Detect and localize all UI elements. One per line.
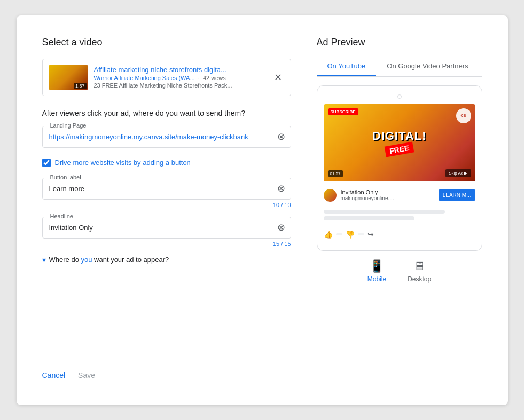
ad-info-row: Invitation Only makingmoneyonline.... LE… [324, 186, 475, 205]
ad-text-info: Invitation Only makingmoneyonline.... [341, 189, 434, 201]
ad-channel-url: makingmoneyonline.... [341, 195, 434, 201]
video-meta: Warrior Affiliate Marketing Sales (WA...… [94, 75, 265, 81]
accordion-label: Where do you want your ad to appear? [49, 256, 169, 264]
button-label-char-count: 10 / 10 [42, 202, 291, 208]
tab-gvp[interactable]: On Google Video Partners [376, 57, 479, 76]
gray-line-1 [324, 210, 445, 214]
video-text-overlay: DIGITAL! FREE [372, 129, 427, 156]
save-button[interactable]: Save [78, 367, 95, 384]
thumbs-down-icon: 👎 [346, 230, 355, 239]
device-tabs: 📱 Mobile 🖥 Desktop [317, 259, 482, 283]
video-duration: 1:57 [74, 83, 87, 89]
right-panel: Ad Preview On YouTube On Google Video Pa… [317, 37, 482, 335]
video-views: 42 views [203, 75, 226, 81]
video-info: Affiliate marketing niche storefronts di… [94, 66, 265, 89]
cb-text: CB [460, 114, 466, 117]
headline-input[interactable] [43, 217, 291, 238]
remove-video-button[interactable]: ✕ [272, 69, 284, 85]
ad-preview-title: Ad Preview [317, 37, 482, 48]
destination-question: After viewers click your ad, where do yo… [42, 109, 291, 117]
video-title: Affiliate marketing niche storefronts di… [94, 66, 265, 74]
add-button-label[interactable]: Drive more website visits by adding a bu… [55, 159, 191, 167]
clear-headline-button[interactable]: ⊗ [277, 221, 285, 233]
chevron-down-icon: ▾ [42, 256, 46, 264]
video-card: 1:57 Affiliate marketing niche storefron… [42, 59, 291, 96]
device-tab-mobile[interactable]: 📱 Mobile [367, 259, 386, 283]
thumbs-up-icon: 👍 [324, 230, 333, 239]
add-button-checkbox-row: Drive more website visits by adding a bu… [42, 159, 291, 167]
share-icon: ↪ [367, 230, 374, 239]
landing-page-label: Landing Page [48, 122, 89, 129]
main-modal: Select a video 1:57 Affiliate marketing … [17, 15, 508, 405]
video-desc: 23 FREE Affiliate Marketing Niche Storef… [94, 82, 265, 89]
headline-wrap: Headline ⊗ [42, 217, 291, 239]
tab-youtube[interactable]: On YouTube [317, 57, 377, 76]
ad-channel-name: Invitation Only [341, 189, 434, 195]
clear-button-label-button[interactable]: ⊗ [277, 183, 285, 194]
headline-char-count: 15 / 15 [42, 241, 291, 247]
digital-text: DIGITAL! [372, 129, 427, 143]
button-label-label: Button label [48, 174, 83, 180]
video-channel: Warrior Affiliate Marketing Sales (WA... [94, 75, 195, 81]
likes-count [336, 233, 342, 235]
ad-avatar [324, 189, 337, 202]
mobile-icon: 📱 [370, 259, 384, 273]
clear-landing-page-button[interactable]: ⊗ [277, 131, 285, 142]
desktop-label: Desktop [408, 275, 431, 283]
preview-tabs: On YouTube On Google Video Partners [317, 57, 482, 77]
cancel-button[interactable]: Cancel [42, 367, 66, 384]
ad-placement-accordion[interactable]: ▾ Where do you want your ad to appear? [42, 256, 291, 264]
sensor-dot [397, 94, 402, 99]
button-label-input[interactable] [43, 178, 291, 199]
select-video-title: Select a video [42, 37, 291, 48]
landing-page-wrap: Landing Page ⊗ [42, 126, 291, 148]
action-row: 👍 👎 ↪ [324, 227, 475, 242]
clickbank-logo: CB [456, 108, 471, 123]
desktop-icon: 🖥 [413, 259, 425, 273]
left-panel: Select a video 1:57 Affiliate marketing … [42, 37, 291, 335]
preview-video-duration: 01:57 [328, 170, 343, 177]
button-label-wrap: Button label ⊗ [42, 178, 291, 200]
landing-page-input[interactable] [43, 126, 291, 147]
gray-lines [324, 205, 475, 227]
dislikes-count [358, 233, 364, 235]
skip-ad-button[interactable]: Skip Ad ▶ [445, 169, 471, 177]
free-badge: FREE [384, 142, 414, 157]
phone-mockup: SUBSCRIBE DIGITAL! FREE CB Skip Ad ▶ 01:… [317, 85, 482, 251]
headline-label: Headline [48, 213, 75, 219]
footer-buttons: Cancel Save [42, 356, 482, 384]
phone-sensor [324, 94, 475, 99]
video-thumbnail: 1:57 [49, 65, 88, 90]
ad-video-preview: SUBSCRIBE DIGITAL! FREE CB Skip Ad ▶ 01:… [324, 104, 475, 181]
device-tab-desktop[interactable]: 🖥 Desktop [408, 259, 431, 283]
gray-line-2 [324, 216, 414, 220]
learn-more-button[interactable]: LEARN M... [439, 189, 475, 201]
add-button-checkbox[interactable] [42, 159, 51, 167]
mobile-label: Mobile [367, 275, 386, 283]
